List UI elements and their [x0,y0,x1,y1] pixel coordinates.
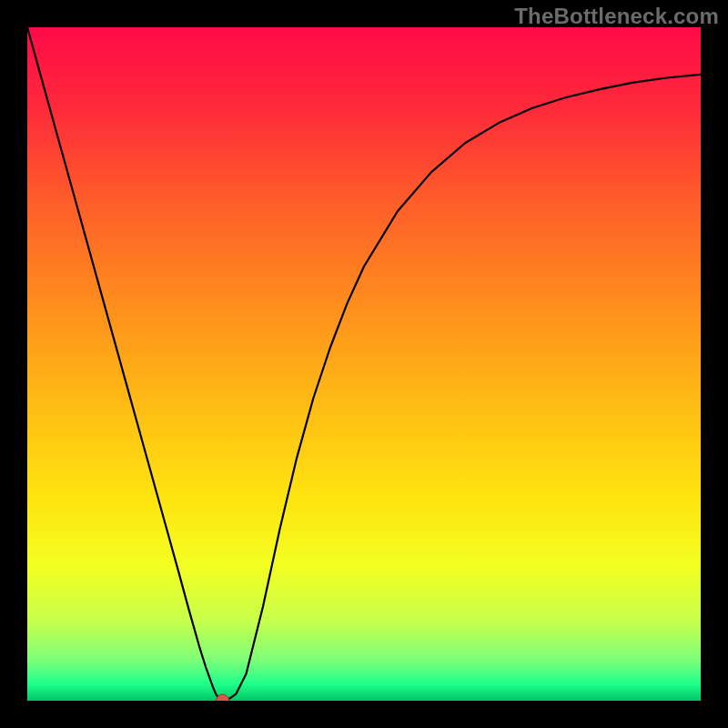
watermark-text: TheBottleneck.com [514,4,719,29]
gradient-background [27,27,701,701]
chart-frame: TheBottleneck.com [0,0,728,728]
chart-svg [27,27,701,701]
plot-area [27,27,701,701]
